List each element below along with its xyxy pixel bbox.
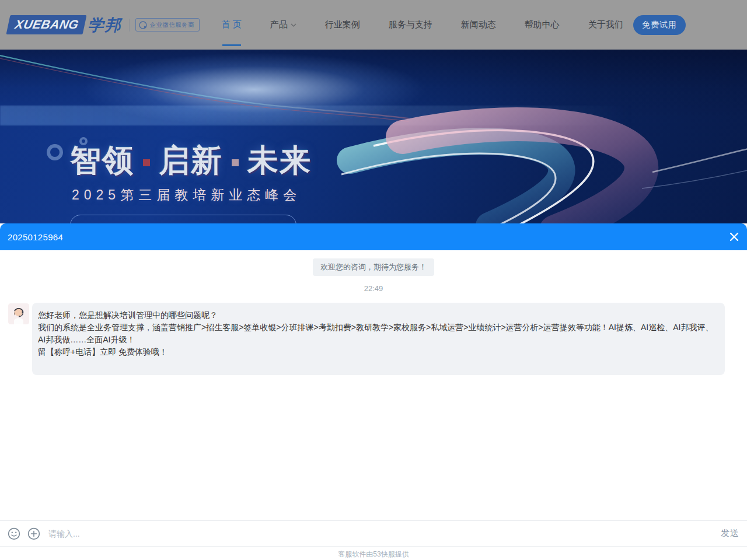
wecom-icon [139, 21, 147, 29]
logo[interactable]: XUEBANG 学邦 [8, 15, 122, 36]
logo-box: XUEBANG [6, 15, 86, 34]
nav-label: 首 页 [222, 19, 242, 30]
nav-item-service[interactable]: 服务与支持 [389, 0, 432, 50]
provider-credit: 客服软件由53快服提供 [0, 546, 747, 559]
close-icon[interactable] [728, 231, 740, 243]
nav-label: 帮助中心 [525, 19, 560, 30]
message-line: 我们的系统是全业务管理支撑，涵盖营销推广>招生客服>签单收银>分班排课>考勤扣费… [38, 321, 715, 346]
wecom-badge-label: 企业微信服务商 [150, 21, 195, 29]
banner-title: 智领启新未来 [70, 140, 312, 182]
title-word: 启新 [159, 143, 223, 177]
title-separator [143, 159, 150, 166]
chevron-down-icon [291, 22, 296, 28]
active-underline [222, 44, 241, 46]
nav-label: 关于我们 [588, 19, 623, 30]
attach-plus-icon[interactable] [27, 527, 40, 540]
agent-message-row: 您好老师，您是想解决培训管理中的哪些问题呢？ 我们的系统是全业务管理支撑，涵盖营… [0, 303, 747, 375]
logo-divider [129, 19, 130, 32]
nav-label: 行业案例 [325, 19, 360, 30]
banner-outline-box [70, 215, 296, 223]
nav-item-help[interactable]: 帮助中心 [525, 0, 560, 50]
chat-timestamp: 22:49 [0, 284, 747, 293]
title-word: 未来 [247, 143, 312, 177]
agent-message-bubble: 您好老师，您是想解决培训管理中的哪些问题呢？ 我们的系统是全业务管理支撑，涵盖营… [32, 303, 725, 375]
chat-body[interactable]: 欢迎您的咨询，期待为您服务！ 22:49 您好老师，您是想解决培训管理中的哪些 [0, 250, 747, 520]
chat-input[interactable] [48, 529, 715, 538]
chat-title: 20250125964 [8, 232, 63, 242]
logo-text-en: XUEBANG [14, 18, 81, 32]
logo-text-cn: 学邦 [88, 15, 122, 36]
nav-label: 产品 [270, 19, 288, 30]
site-header: XUEBANG 学邦 企业微信服务商 首 页 产品 行业案例 [0, 0, 747, 50]
title-word: 智领 [70, 143, 134, 177]
free-trial-button[interactable]: 免费试用 [633, 15, 686, 35]
nav-label: 新闻动态 [461, 19, 496, 30]
title-separator [232, 159, 239, 166]
chat-footer: 发送 客服软件由53快服提供 [0, 520, 747, 560]
wecom-badge: 企业微信服务商 [135, 18, 200, 32]
chat-widget: 20250125964 欢迎您的咨询，期待为您服务！ 22:49 [0, 223, 747, 560]
message-line: 您好老师，您是想解决培训管理中的哪些问题呢？ [38, 309, 715, 321]
nav-item-products[interactable]: 产品 [270, 0, 296, 50]
page: XUEBANG 学邦 企业微信服务商 首 页 产品 行业案例 [0, 0, 747, 560]
chat-header: 20250125964 [0, 223, 747, 250]
hero-banner: 智领启新未来 2025第三届教培新业态峰会 [0, 50, 747, 223]
emoji-icon[interactable] [8, 527, 20, 540]
system-message: 欢迎您的咨询，期待为您服务！ [313, 258, 434, 276]
nav-label: 服务与支持 [389, 19, 432, 30]
agent-avatar [8, 303, 29, 324]
send-button[interactable]: 发送 [721, 528, 739, 539]
message-line: 留【称呼+电话】立即 免费体验哦！ [38, 346, 715, 358]
nav-item-about[interactable]: 关于我们 [588, 0, 623, 50]
chat-input-row: 发送 [0, 520, 747, 546]
banner-subtitle: 2025第三届教培新业态峰会 [72, 186, 301, 204]
nav-item-home[interactable]: 首 页 [222, 0, 242, 50]
main-nav: 首 页 产品 行业案例 服务与支持 新闻动态 帮助中心 关于我们 [222, 0, 623, 50]
nav-item-news[interactable]: 新闻动态 [461, 0, 496, 50]
ring-decoration-large [47, 144, 63, 160]
nav-item-cases[interactable]: 行业案例 [325, 0, 360, 50]
